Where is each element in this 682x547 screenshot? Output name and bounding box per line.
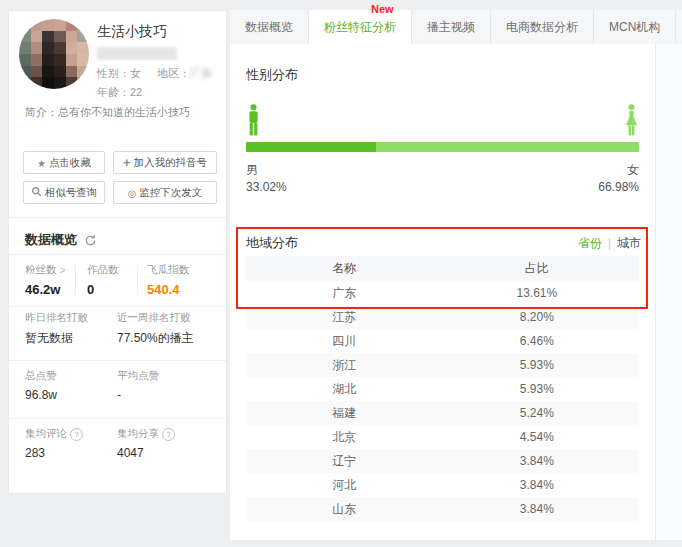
- gender-bar: [246, 142, 639, 152]
- profile-meta-age: 年龄：22: [97, 85, 142, 100]
- geo-col-name: 名称: [246, 256, 443, 281]
- female-pct: 66.98%: [598, 179, 639, 196]
- divider: [9, 418, 226, 419]
- plus-button[interactable]: +加入我的抖音号: [113, 151, 217, 174]
- region-section-title: 地域分布: [246, 234, 298, 252]
- geo-name: 福建: [246, 401, 443, 425]
- refresh-icon[interactable]: [84, 234, 97, 247]
- stat-label: 粉丝数>: [25, 263, 65, 277]
- stat-value: 540.4: [147, 282, 189, 297]
- right-gutter: [655, 44, 682, 540]
- geo-row[interactable]: 江苏8.20%: [246, 305, 639, 329]
- geo-row[interactable]: 辽宁3.84%: [246, 449, 639, 473]
- age-label: 年龄：: [97, 86, 130, 98]
- stat-label: 作品数: [87, 263, 119, 277]
- profile-intro: 简介：总有你不知道的生活小技巧: [25, 105, 190, 120]
- divider: [137, 265, 138, 295]
- tab-item[interactable]: 播主视频: [412, 10, 491, 44]
- gender-section-title: 性别分布: [246, 66, 298, 84]
- stat-value: 0: [87, 282, 119, 297]
- monitor-icon: ◎: [128, 187, 137, 199]
- geo-pct: 6.46%: [462, 329, 611, 353]
- gender-bar-female: [376, 142, 639, 152]
- stat: 飞瓜指数540.4: [147, 263, 189, 297]
- stat-value: 283: [25, 446, 83, 460]
- geo-name: 浙江: [246, 353, 443, 377]
- chevron-right-icon[interactable]: >: [60, 265, 66, 276]
- geo-row[interactable]: 浙江5.93%: [246, 353, 639, 377]
- geo-toggle-city[interactable]: 城市: [617, 236, 641, 250]
- geo-pct: 5.24%: [462, 401, 611, 425]
- geo-toggle: 省份|城市: [578, 235, 641, 252]
- region-label: 地区：: [157, 67, 190, 79]
- stat-label: 昨日排名打败: [25, 311, 88, 325]
- male-pct: 33.02%: [246, 179, 287, 196]
- stat-label: 总点赞: [25, 369, 57, 383]
- stat-value: 96.8w: [25, 388, 57, 402]
- plus-icon: +: [123, 156, 131, 169]
- stat-label: 平均点赞: [117, 369, 159, 383]
- age-value: 22: [130, 86, 142, 98]
- male-label: 男: [246, 162, 287, 179]
- geo-name: 四川: [246, 329, 443, 353]
- stat: 总点赞96.8w: [25, 369, 57, 402]
- avatar: [19, 19, 89, 89]
- stat-value: 暂无数据: [25, 330, 88, 347]
- female-label: 女: [598, 162, 639, 179]
- geo-name: 广东: [246, 281, 443, 305]
- divider: [9, 360, 226, 361]
- stat: 作品数0: [87, 263, 119, 297]
- geo-name: 湖北: [246, 377, 443, 401]
- page: { "profile": { "name": "生活小技巧", "gender_…: [0, 0, 682, 547]
- stat-label: 近一周排名打败: [117, 311, 194, 325]
- help-icon[interactable]: ?: [162, 428, 175, 441]
- gender-label: 性别：: [97, 67, 130, 79]
- tab-item[interactable]: 数据概览: [230, 10, 309, 44]
- tab-item[interactable]: 电商数据分析: [491, 10, 594, 44]
- divider: [9, 306, 226, 307]
- search-button[interactable]: 相似号查询: [23, 181, 105, 204]
- divider: [9, 217, 226, 218]
- geo-row[interactable]: 山东3.84%: [246, 497, 639, 521]
- stat-value: 4047: [117, 446, 175, 460]
- geo-toggle-province[interactable]: 省份: [578, 236, 602, 250]
- toggle-separator: |: [608, 236, 611, 250]
- geo-row[interactable]: 四川6.46%: [246, 329, 639, 353]
- fan-analysis-panel: 性别分布 男 33.02% 女 66.98% 地域分布 省份|城市 名称占比广东…: [230, 44, 655, 540]
- male-stat: 男 33.02%: [246, 162, 287, 196]
- profile-meta-gender-region: 性别：女 地区：广东: [97, 66, 212, 81]
- geo-row[interactable]: 福建5.24%: [246, 401, 639, 425]
- profile-card: 生活小技巧 性别：女 地区：广东 年龄：22 简介：总有你不知道的生活小技巧 ★…: [8, 10, 227, 494]
- stat: 近一周排名打败77.50%的播主: [117, 311, 194, 347]
- geo-name: 北京: [246, 425, 443, 449]
- geo-col-pct: 占比: [462, 256, 611, 281]
- star-button[interactable]: ★点击收藏: [23, 151, 105, 174]
- geo-row[interactable]: 北京4.54%: [246, 425, 639, 449]
- profile-name: 生活小技巧: [97, 23, 167, 41]
- gender-bar-male: [246, 142, 376, 152]
- geo-table: 名称占比广东13.61%江苏8.20%四川6.46%浙江5.93%湖北5.93%…: [246, 256, 639, 521]
- stat: 集均分享?4047: [117, 427, 175, 460]
- search-icon: [31, 186, 42, 199]
- tab-active[interactable]: 粉丝特征分析: [309, 10, 412, 44]
- female-stat: 女 66.98%: [598, 162, 639, 196]
- tab-bar: 数据概览粉丝特征分析播主视频电商数据分析MCN机构活跃粉丝: [230, 10, 682, 44]
- geo-header-row: 名称占比: [246, 256, 639, 281]
- tab-item[interactable]: 活跃粉丝: [676, 10, 682, 44]
- monitor-button[interactable]: ◎监控下次发文: [113, 181, 217, 204]
- male-icon: [246, 104, 261, 136]
- geo-pct: 5.93%: [462, 377, 611, 401]
- action-buttons: ★点击收藏+加入我的抖音号相似号查询◎监控下次发文: [23, 151, 217, 204]
- geo-row[interactable]: 广东13.61%: [246, 281, 639, 305]
- tab-item[interactable]: MCN机构: [594, 10, 676, 44]
- geo-row[interactable]: 湖北5.93%: [246, 377, 639, 401]
- geo-pct: 13.61%: [462, 281, 611, 305]
- geo-pct: 3.84%: [462, 449, 611, 473]
- geo-row[interactable]: 河北3.84%: [246, 473, 639, 497]
- gender-value: 女: [130, 67, 141, 79]
- geo-name: 辽宁: [246, 449, 443, 473]
- divider: [9, 254, 226, 255]
- geo-pct: 4.54%: [462, 425, 611, 449]
- help-icon[interactable]: ?: [70, 428, 83, 441]
- overview-title-text: 数据概览: [25, 231, 77, 249]
